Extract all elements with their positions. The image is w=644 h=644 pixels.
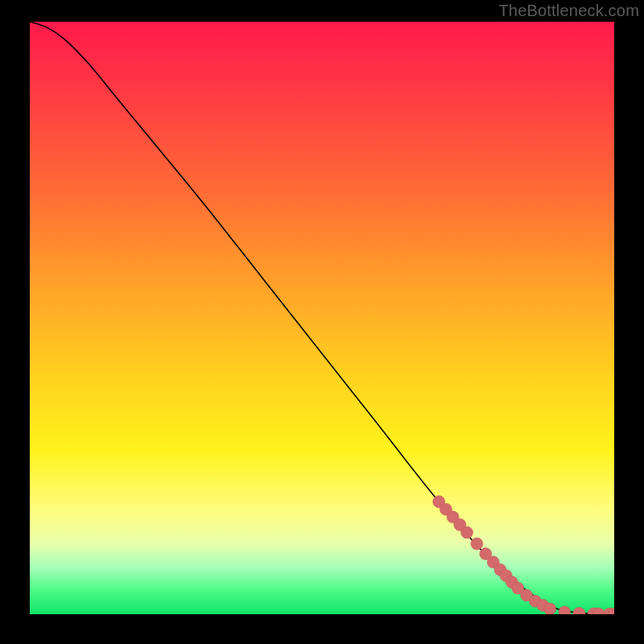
chart-frame: TheBottleneck.com	[0, 0, 644, 644]
marker-point	[559, 606, 571, 614]
marker-point	[544, 603, 556, 614]
highlight-points	[433, 496, 614, 614]
attribution-text: TheBottleneck.com	[498, 2, 639, 20]
marker-point	[461, 526, 473, 539]
plot-area	[30, 22, 614, 614]
bottleneck-curve	[30, 22, 614, 614]
marker-point	[471, 538, 483, 550]
marker-point	[573, 607, 585, 614]
plot-svg	[30, 22, 614, 614]
